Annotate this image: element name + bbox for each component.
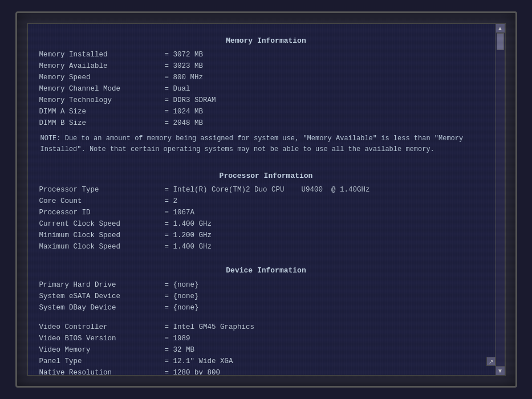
table-row: System eSATA Device = {none} (39, 291, 493, 302)
label-proc-type: Processor Type (39, 184, 165, 196)
table-row: Core Count = 2 (39, 196, 493, 207)
label-core-count: Core Count (39, 196, 165, 207)
table-row: DIMM A Size = 1024 MB (39, 106, 493, 117)
content-area: Memory Information Memory Installed = 30… (28, 24, 505, 375)
value-dimm-a: = 1024 MB (165, 106, 204, 117)
value-video-bios: = 1989 (165, 333, 190, 344)
value-min-clock: = 1.200 GHz (165, 230, 212, 241)
value-memory-installed: = 3072 MB (165, 49, 204, 60)
table-row: Video Controller = Intel GM45 Graphics (39, 321, 493, 333)
value-current-clock: = 1.400 GHz (165, 218, 212, 230)
memory-table: Memory Installed = 3072 MB Memory Availa… (39, 49, 493, 129)
scrollbar[interactable]: ▲ ▼ (496, 24, 505, 375)
table-row: Current Clock Speed = 1.400 GHz (39, 218, 493, 230)
table-row: Panel Type = 12.1" Wide XGA (39, 356, 493, 367)
value-esata: = {none} (165, 291, 199, 302)
table-row: DIMM B Size = 2048 MB (39, 117, 493, 129)
table-row: Video Memory = 32 MB (39, 344, 493, 356)
scrollbar-thumb[interactable] (497, 33, 504, 50)
label-memory-speed: Memory Speed (39, 72, 165, 83)
scrollbar-up-button[interactable]: ▲ (496, 24, 505, 33)
value-native-res: = 1280 by 800 (165, 367, 221, 375)
arrow-icon: ↗ (489, 359, 493, 365)
scrollbar-track (496, 33, 505, 366)
label-memory-available: Memory Available (39, 60, 165, 72)
chevron-down-icon: ▼ (497, 368, 503, 374)
table-row: Native Resolution = 1280 by 800 (39, 367, 493, 375)
memory-section-title: Memory Information (39, 35, 493, 47)
processor-section-title: Processor Information (39, 170, 493, 182)
processor-table: Processor Type = Intel(R) Core(TM)2 Duo … (39, 184, 493, 253)
label-video-bios: Video BIOS Version (39, 333, 165, 344)
value-memory-tech: = DDR3 SDRAM (165, 95, 216, 106)
device-section-title: Device Information (39, 265, 493, 276)
table-row: Primary Hard Drive = {none} (39, 279, 493, 291)
table-row: Memory Installed = 3072 MB (39, 49, 493, 60)
value-video-ctrl: = Intel GM45 Graphics (165, 321, 255, 333)
label-current-clock: Current Clock Speed (39, 218, 165, 230)
table-row: Memory Channel Mode = Dual (39, 83, 493, 95)
table-row: Memory Speed = 800 MHz (39, 72, 493, 83)
table-row: Processor ID = 1067A (39, 207, 493, 218)
label-max-clock: Maximum Clock Speed (39, 241, 165, 253)
label-video-ctrl: Video Controller (39, 321, 165, 333)
value-memory-channel: = Dual (165, 83, 190, 95)
value-proc-type: = Intel(R) Core(TM)2 Duo CPU U9400 @ 1.4… (165, 184, 370, 196)
value-dbay: = {none} (165, 302, 199, 314)
value-max-clock: = 1.400 GHz (165, 241, 212, 253)
table-row: System DBay Device = {none} (39, 302, 493, 314)
label-dbay: System DBay Device (39, 302, 165, 314)
device-table-a: Primary Hard Drive = {none} System eSATA… (39, 279, 493, 314)
label-dimm-b: DIMM B Size (39, 117, 165, 129)
label-dimm-a: DIMM A Size (39, 106, 165, 117)
label-esata: System eSATA Device (39, 291, 165, 302)
table-row: Video BIOS Version = 1989 (39, 333, 493, 344)
label-native-res: Native Resolution (39, 367, 165, 375)
value-video-mem: = 32 MB (165, 344, 195, 356)
label-panel-type: Panel Type (39, 356, 165, 367)
label-memory-installed: Memory Installed (39, 49, 165, 60)
table-row: Processor Type = Intel(R) Core(TM)2 Duo … (39, 184, 493, 196)
table-row: Memory Technology = DDR3 SDRAM (39, 95, 493, 106)
label-memory-channel: Memory Channel Mode (39, 83, 165, 95)
table-row: Memory Available = 3023 MB (39, 60, 493, 72)
value-memory-available: = 3023 MB (165, 60, 204, 72)
scrollbar-down-button[interactable]: ▼ (496, 366, 505, 375)
label-video-mem: Video Memory (39, 344, 165, 356)
cursor-icon: ↗ (486, 357, 496, 366)
label-memory-tech: Memory Technology (39, 95, 165, 106)
value-hdd: = {none} (165, 279, 199, 291)
screen-outer: Memory Information Memory Installed = 30… (15, 11, 517, 388)
screen-inner: Memory Information Memory Installed = 30… (27, 23, 506, 376)
memory-note: NOTE: Due to an amount of memory being a… (39, 133, 493, 154)
table-row: Minimum Clock Speed = 1.200 GHz (39, 230, 493, 241)
table-row: Maximum Clock Speed = 1.400 GHz (39, 241, 493, 253)
value-memory-speed: = 800 MHz (165, 72, 204, 83)
label-proc-id: Processor ID (39, 207, 165, 218)
value-dimm-b: = 2048 MB (165, 117, 204, 129)
label-min-clock: Minimum Clock Speed (39, 230, 165, 241)
value-core-count: = 2 (165, 196, 178, 207)
device-table-b: Video Controller = Intel GM45 Graphics V… (39, 321, 493, 375)
label-hdd: Primary Hard Drive (39, 279, 165, 291)
chevron-up-icon: ▲ (497, 25, 503, 31)
value-proc-id: = 1067A (165, 207, 195, 218)
value-panel-type: = 12.1" Wide XGA (165, 356, 233, 367)
